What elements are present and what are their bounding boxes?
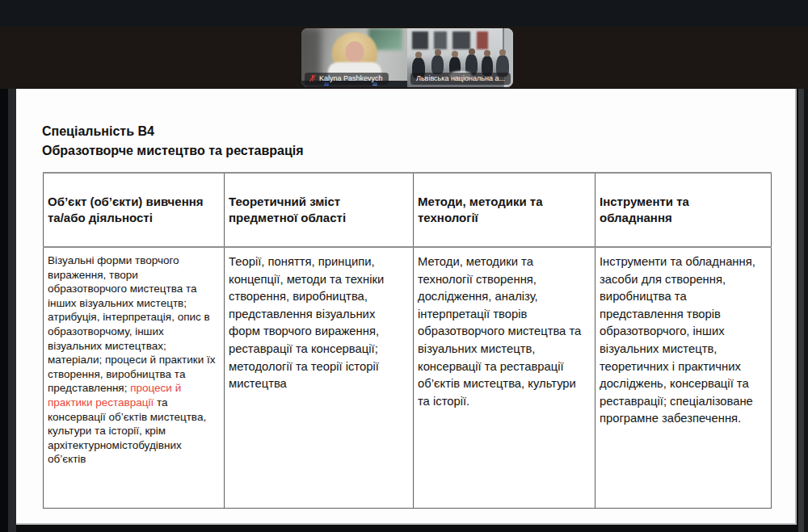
video-art-wall-frame (434, 31, 447, 49)
cell-theory: Теорії, поняття, принципи, концепції, ме… (225, 247, 414, 508)
header-tools: Інструменти та обладнання (595, 173, 772, 247)
video-art-person-head (499, 49, 506, 56)
document-title-line2: Образотворче мистецтво та реставрація (42, 141, 304, 161)
cell-methods: Методи, методики та технології створення… (414, 247, 595, 508)
cell-objects: Візуальні форми творчого вираження, твор… (44, 247, 225, 508)
participant-thumbnails: Kalyna Pashkevych Львівська націон (301, 28, 513, 87)
video-strip: Kalyna Pashkevych Львівська націон (0, 27, 808, 89)
video-art-person-head (435, 49, 441, 56)
participant-name: Львівська національна а... (416, 74, 505, 82)
participant-video-lviv-academy[interactable]: Львівська національна а... (407, 28, 513, 87)
header-theory: Теоретичний зміст предметної області (225, 173, 414, 247)
header-objects: Об’єкт (об’єкти) вивчення та/або діяльно… (44, 173, 225, 247)
video-art-wall-frame (412, 31, 428, 49)
document-title: Спеціальність B4 Образотворче мистецтво … (42, 122, 304, 161)
document-title-line1: Спеціальність B4 (42, 122, 304, 141)
participant-name-tag: Львівська національна а... (410, 73, 511, 85)
video-art-face (345, 41, 364, 63)
video-art-person (431, 55, 444, 74)
header-methods: Методи, методики та технології (414, 173, 595, 247)
cell-tools: Інструменти та обладнання, засоби для ст… (595, 247, 772, 508)
video-art-person-head (484, 50, 490, 57)
participant-name-tag: Kalyna Pashkevych (305, 73, 389, 85)
mic-muted-icon (309, 74, 317, 82)
table-header-row: Об’єкт (об’єкти) вивчення та/або діяльно… (44, 173, 772, 247)
window-edge-right-highlight (798, 89, 804, 532)
window-edge-left-highlight (8, 89, 16, 532)
participant-name: Kalyna Pashkevych (319, 74, 383, 82)
video-art-wall-frame (477, 31, 488, 49)
window-edge-left (0, 89, 8, 532)
specialty-table: Об’єкт (об’єкти) вивчення та/або діяльно… (43, 172, 772, 509)
shared-document-page: Спеціальність B4 Образотворче мистецтво … (16, 89, 797, 525)
video-art-person-head (415, 52, 422, 58)
meeting-top-bar (0, 0, 808, 27)
table-body-row: Візуальні форми творчого вираження, твор… (44, 247, 772, 508)
video-art-person-head (452, 51, 458, 57)
participant-video-kalyna-pashkevych[interactable]: Kalyna Pashkevych (301, 28, 407, 87)
video-art-wall-frame (452, 31, 470, 49)
window-edge-right (804, 89, 808, 532)
video-art-person-head (469, 48, 475, 55)
cell-objects-text: Візуальні форми творчого вираження, твор… (48, 254, 216, 394)
